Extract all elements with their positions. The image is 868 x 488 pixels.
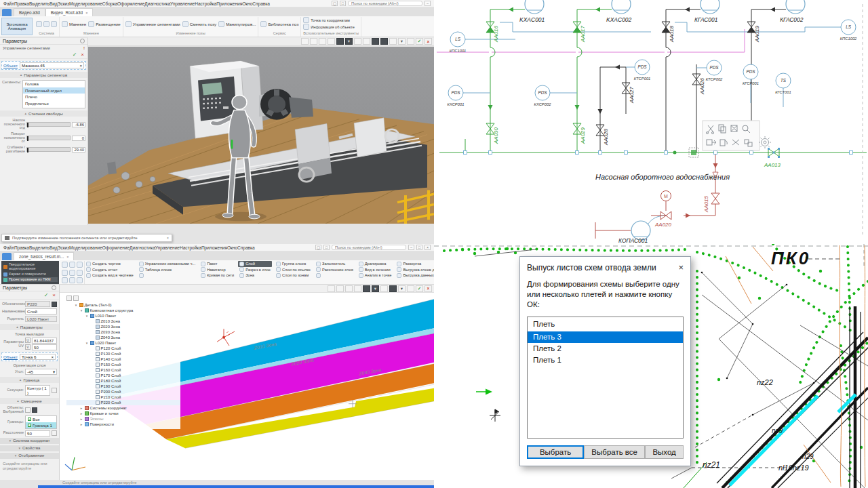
toolset-item-active[interactable]: Проектирование из ПКМ [3,277,58,282]
ribbon-button[interactable]: Управление связанными ч... [138,261,197,267]
dialog-button[interactable]: Выбрать [527,445,584,459]
pump-label[interactable]: КГАС001 [694,16,718,23]
select-mode-icon[interactable] [25,407,31,413]
slider-value[interactable]: 29.40 [72,147,85,152]
distance-field[interactable]: 50 [25,430,50,436]
open-doc-icon[interactable] [69,262,75,268]
confirm-icon[interactable]: ✓ [416,38,423,45]
info-icon[interactable]: ! [83,45,85,50]
ribbon-button[interactable]: Заполнитель [315,261,355,267]
toolset-item[interactable]: Твердотельное моделирование [3,263,58,271]
pump-label[interactable]: KXAC001 [519,16,545,23]
ribbon-button[interactable]: Драпировка [357,261,393,267]
pump-label[interactable]: KXAC002 [606,16,632,23]
command-search-input[interactable] [348,1,422,6]
menu-item[interactable]: Моделирование [69,1,102,6]
list-item[interactable]: Плеть 3 [528,331,683,343]
tree-item[interactable]: ▸Поверхности [66,422,180,427]
ribbon-button[interactable]: Создать чертеж [85,261,135,267]
ribbon-button[interactable]: Выгрузка данных для CAE [395,272,434,279]
orbit-icon[interactable] [319,38,326,45]
section-cs[interactable]: Система координат [0,438,59,444]
angle-select[interactable]: -45▾ [25,369,57,375]
ribbon-button[interactable]: Разрез в слое [238,267,272,273]
ribbon-button[interactable]: Выгрузка слоев для прое... [395,267,434,273]
menu-item[interactable]: Выделить [29,1,50,6]
appearance-icon[interactable] [389,38,397,45]
u-toggle[interactable]: U [25,338,31,343]
ribbon-button[interactable] [138,272,197,279]
cancel-icon[interactable]: × [52,292,56,298]
shading-mode-icon[interactable] [336,38,344,45]
panels-icon[interactable]: □ [323,245,330,250]
ribbon-button[interactable]: Слой [238,261,272,267]
close-icon[interactable]: × [167,236,169,240]
tree-item[interactable]: Z020 Зона [66,324,180,329]
cancel-icon[interactable]: × [425,285,432,292]
shading-mode-icon[interactable] [363,285,370,292]
segment-item[interactable]: Плечо [23,94,85,100]
toolset-item[interactable]: Каркас и поверхности [3,272,58,277]
tree-filter-icon[interactable] [73,296,79,301]
undo-icon[interactable] [62,270,68,276]
tree-item[interactable]: Z030 Зона [66,329,180,335]
segment-item[interactable]: Предплечье [23,100,85,107]
tree-item[interactable]: P120 Слой [66,346,180,351]
valve-label[interactable]: AA019 [754,25,760,43]
ribbon-button[interactable]: Таблица слоев [138,267,197,273]
fit-view-icon[interactable] [389,285,397,292]
pump-label[interactable]: КГАС002 [780,16,804,23]
menu-item[interactable]: Диагностика [130,245,155,250]
menu-item[interactable]: Вид [50,245,58,250]
checkbox-icon[interactable] [28,418,31,421]
list-item[interactable]: Плеть 2 [528,343,683,354]
v-value-field[interactable]: 50 [32,344,57,350]
cutter-field[interactable]: Контур ( 1 ) [25,385,50,396]
toolset-selector[interactable]: ЭргономикаАнимация [1,18,33,35]
menu-item[interactable]: Настройка [180,245,201,250]
zoom-icon[interactable] [310,38,317,45]
section-dof[interactable]: Степени свободы [0,110,87,117]
app-icon[interactable] [2,253,12,260]
section-view-icon[interactable] [380,38,388,45]
ribbon-button[interactable]: Точка по координатам [303,17,349,23]
menu-item[interactable]: Справка [237,245,255,250]
menu-item[interactable]: Приложения [216,1,242,6]
bound-item[interactable]: Граница 1 [26,422,56,429]
slider-track[interactable] [26,136,71,140]
tree-mode-icon[interactable] [66,296,72,301]
dialog-button[interactable]: Выбрать все [584,445,645,459]
ribbon-button[interactable]: Зона [238,272,272,279]
ribbon-button[interactable]: Вид в сечении [357,267,393,273]
ribbon-button[interactable]: Группа слоев [275,261,312,267]
close-icon[interactable]: × [678,264,684,271]
object-link[interactable]: Объект [3,354,18,359]
ribbon-button[interactable]: Информация об объекте [303,24,355,30]
valve-label[interactable]: AA030 [493,127,499,144]
tree-item[interactable]: P200 Слой [66,389,180,394]
menu-item[interactable]: Эскиз [58,1,69,6]
tab-document-active[interactable]: zone_basics_result.m...× [14,252,74,260]
section-border[interactable]: Граница [0,377,59,383]
edit-icon[interactable] [407,285,414,292]
menu-item[interactable]: Оформление [102,245,130,250]
slider-track[interactable] [26,147,71,152]
menu-item[interactable]: Оформление [117,1,144,6]
ribbon-button[interactable]: Библиотека поз [260,21,298,27]
tree-item[interactable]: P190 Слой [66,384,180,389]
ribbon-button[interactable]: Расслоение слоя [315,267,355,273]
selection-mode-icon[interactable] [354,38,361,45]
section-segments[interactable]: Параметры сегментов [0,72,87,78]
menu-item[interactable]: Эскиз [58,245,69,250]
menu-item[interactable]: Управление [170,1,195,6]
valve-label[interactable]: AA029 [580,127,586,144]
tree-item[interactable]: P150 Слой [66,362,180,367]
string-list[interactable]: Плеть Плеть 3Плеть 2Плеть 1 [527,317,684,439]
object-selector[interactable]: Объект Точка 6× [1,352,58,361]
command-search-input[interactable] [332,245,406,250]
checkbox-icon[interactable] [28,424,31,427]
ribbon-button[interactable]: Манекен [62,21,86,27]
bound-item[interactable]: Все [26,416,56,423]
copy-icon[interactable] [69,277,75,283]
ribbon-button[interactable]: Управление сегментами [125,21,180,27]
